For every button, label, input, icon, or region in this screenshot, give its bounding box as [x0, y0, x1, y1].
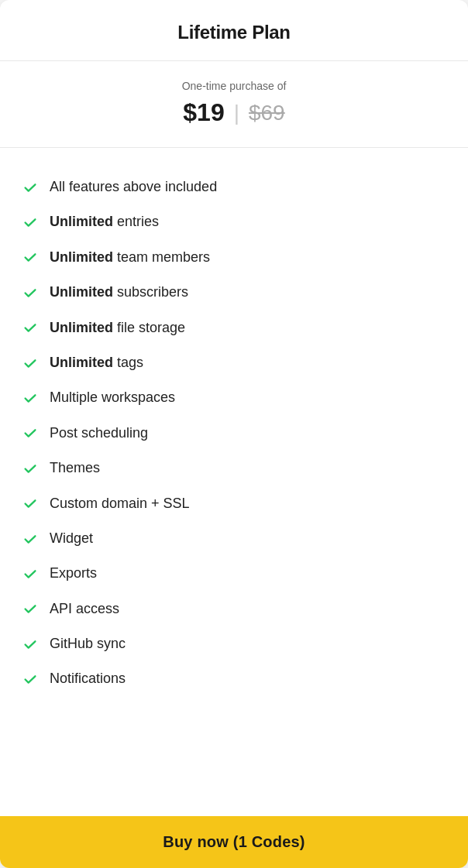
- check-icon: [22, 600, 39, 617]
- feature-text-exports: Exports: [50, 564, 97, 582]
- feature-text-unlimited-entries: Unlimited entries: [50, 213, 159, 231]
- feature-text-themes: Themes: [50, 459, 100, 477]
- pricing-card: Lifetime Plan One-time purchase of $19 |…: [0, 0, 468, 868]
- check-icon: [22, 636, 39, 653]
- one-time-label: One-time purchase of: [19, 80, 449, 92]
- feature-item-all-features: All features above included: [22, 170, 446, 204]
- feature-item-exports: Exports: [22, 556, 446, 591]
- feature-item-themes: Themes: [22, 451, 446, 485]
- feature-text-unlimited-tags: Unlimited tags: [50, 354, 143, 372]
- check-icon: [22, 355, 39, 372]
- buy-now-button[interactable]: Buy now (1 Codes): [0, 816, 468, 868]
- check-icon: [22, 319, 39, 336]
- feature-item-custom-domain: Custom domain + SSL: [22, 486, 446, 521]
- price-row: $19 | $69: [19, 98, 449, 127]
- feature-text-all-features: All features above included: [50, 178, 217, 196]
- feature-text-unlimited-subscribers: Unlimited subscribers: [50, 283, 188, 301]
- feature-text-notifications: Notifications: [50, 670, 126, 688]
- check-icon: [22, 214, 39, 231]
- feature-item-unlimited-entries: Unlimited entries: [22, 204, 446, 239]
- feature-item-unlimited-tags: Unlimited tags: [22, 345, 446, 380]
- feature-item-multiple-workspaces: Multiple workspaces: [22, 380, 446, 415]
- check-icon: [22, 460, 39, 477]
- check-icon: [22, 249, 39, 266]
- feature-text-post-scheduling: Post scheduling: [50, 424, 148, 442]
- feature-text-unlimited-team: Unlimited team members: [50, 249, 210, 266]
- feature-text-multiple-workspaces: Multiple workspaces: [50, 389, 175, 407]
- feature-item-unlimited-storage: Unlimited file storage: [22, 310, 446, 345]
- feature-text-api-access: API access: [50, 600, 119, 618]
- check-icon: [22, 565, 39, 582]
- check-icon: [22, 179, 39, 196]
- feature-item-post-scheduling: Post scheduling: [22, 416, 446, 451]
- feature-item-widget: Widget: [22, 521, 446, 556]
- feature-item-github-sync: GitHub sync: [22, 626, 446, 661]
- card-header: Lifetime Plan: [0, 0, 468, 61]
- feature-text-widget: Widget: [50, 530, 93, 547]
- feature-item-unlimited-subscribers: Unlimited subscribers: [22, 275, 446, 310]
- check-icon: [22, 671, 39, 688]
- check-icon: [22, 284, 39, 301]
- check-icon: [22, 424, 39, 441]
- check-icon: [22, 530, 39, 547]
- check-icon: [22, 495, 39, 512]
- feature-item-notifications: Notifications: [22, 661, 446, 696]
- pricing-section: One-time purchase of $19 | $69: [0, 61, 468, 148]
- current-price: $19: [183, 98, 224, 127]
- feature-item-api-access: API access: [22, 592, 446, 626]
- feature-item-unlimited-team: Unlimited team members: [22, 240, 446, 275]
- price-divider: |: [234, 101, 239, 125]
- feature-text-github-sync: GitHub sync: [50, 635, 126, 653]
- plan-title: Lifetime Plan: [19, 22, 449, 43]
- check-icon: [22, 389, 39, 407]
- features-list: All features above included Unlimited en…: [0, 148, 468, 816]
- original-price: $69: [249, 101, 285, 125]
- feature-text-unlimited-storage: Unlimited file storage: [50, 319, 185, 337]
- feature-text-custom-domain: Custom domain + SSL: [50, 495, 190, 513]
